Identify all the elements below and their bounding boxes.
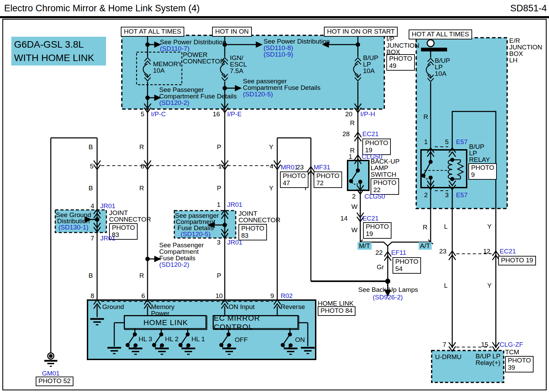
ref-sd120-5-top-code: (SD120-5): [243, 91, 273, 98]
ref-sd120-2-top-code: (SD120-2): [159, 99, 189, 106]
photo-number: 19: [365, 147, 388, 154]
conn-jr01-a: JR01: [100, 202, 115, 210]
pin-2-clg50: 2: [352, 193, 356, 200]
switch-label-off: OFF: [235, 336, 248, 343]
unit-pin-6: 6: [141, 292, 145, 299]
wire-w-1: W: [351, 203, 358, 210]
wire-gr: Gr: [377, 263, 384, 271]
photo-label: PHOTO: [366, 223, 389, 230]
row-pin-5: 5: [90, 163, 94, 170]
wire-r-at: R: [423, 224, 428, 231]
row-pin-1: 1: [218, 163, 222, 170]
photo-label: PHOTO: [112, 224, 135, 231]
variant-label: G6DA-GSL 3.8L WITH HOME LINK: [11, 37, 106, 66]
ref-sd110-9-code: (SD110-9): [264, 51, 293, 58]
at-tag: A/T: [419, 242, 432, 250]
pin-15: 15: [481, 341, 488, 348]
photo-label: PHOTO: [373, 179, 396, 187]
jr-left-pin-7: 7: [91, 235, 94, 242]
photo-number: 47: [283, 180, 306, 187]
photo-number: 83: [241, 232, 264, 239]
tcm-port-udrmu: U-DRMU: [435, 353, 462, 360]
photo-label: PHOTO: [283, 173, 306, 180]
conn-mr01: MR01: [281, 164, 298, 171]
wire-b-3: B: [89, 272, 93, 279]
pin-14: 14: [340, 215, 348, 222]
conn-ec21-a: EC21: [362, 130, 379, 138]
switch-label-hl2: HL 2: [165, 335, 178, 343]
unit-pin-10: 10: [215, 292, 223, 299]
mf31-photo-box: PHOTO 72: [314, 171, 342, 188]
pin-23-right: 23: [439, 248, 446, 255]
pin-28: 28: [342, 130, 350, 138]
wire-r-er: R: [423, 113, 428, 120]
wire-l-2: L: [444, 282, 448, 289]
er-fuse-amps: 10A: [435, 70, 446, 77]
relay-pin-3: 3: [445, 191, 449, 199]
gm01-name: GM01: [37, 370, 65, 377]
pin-20: 20: [345, 110, 352, 118]
gm01-ground-icon: [44, 353, 57, 366]
unit-pin-8: 8: [91, 292, 94, 299]
relay-pin-1: 1: [424, 138, 428, 145]
photo-number: 9: [471, 171, 494, 179]
pin-12: 12: [483, 248, 490, 255]
gm01-photo-box: PHOTO 52: [36, 377, 73, 386]
conn-e57-bottom: E57: [456, 191, 468, 199]
banner-hot-in-on: HOT IN ON: [212, 27, 252, 37]
wire-p-2: P: [217, 185, 221, 192]
photo-label: PHOTO 84: [320, 307, 353, 314]
homelink-inner-box: HOME LINK: [124, 316, 207, 330]
unit-photo-box: PHOTO 84: [318, 306, 355, 316]
er-junction-box: [416, 38, 507, 209]
conn-ec21-b: EC21: [362, 215, 379, 222]
row-pin-4: 4: [270, 163, 273, 170]
switch-label-hl1: HL 1: [191, 335, 205, 343]
pin-ipc: I/P-C: [151, 110, 166, 118]
tcm-port-relay-2: Relay(+): [476, 359, 500, 366]
jr-mid-photo-box: PHOTO 83: [238, 224, 267, 240]
photo-label: PHOTO: [241, 225, 264, 232]
pin-16: 16: [213, 110, 220, 118]
port-ground: Ground: [102, 303, 124, 310]
ec-mirror-inner-box: EC MIRROR CONTROL: [213, 316, 299, 330]
wire-b-2: B: [89, 185, 93, 192]
conn-jr01-c: JR01: [227, 201, 242, 208]
photo-label: PHOTO 19: [501, 257, 533, 264]
variant-line2: WITH HOME LINK: [14, 51, 106, 64]
wire-b-1: B: [89, 143, 93, 151]
photo-number: 39: [508, 364, 531, 371]
port-reverse: Reverse: [281, 303, 305, 310]
page-code: SD851-4: [510, 3, 547, 14]
branch-sd120-2-code: (SD120-2): [159, 261, 189, 268]
see-backup-lamps-text: See Back-Up Lamps: [358, 286, 417, 293]
row-pin-23: 23: [296, 164, 304, 171]
wire-y-1: Y: [487, 223, 492, 230]
conn-ec21-right: EC21: [500, 248, 516, 255]
ef11-photo-box: PHOTO 54: [393, 257, 421, 274]
jr-mid-pin-3: 3: [217, 239, 221, 246]
page-title: Electro Chromic Mirror & Home Link Syste…: [4, 3, 200, 14]
ec21-photo-box: PHOTO 19: [362, 139, 391, 155]
photo-label: PHOTO: [365, 140, 388, 147]
wiring-diagram-page: Electro Chromic Mirror & Home Link Syste…: [0, 0, 549, 392]
conn-ef11: EF11: [391, 249, 406, 256]
wire-y-2: Y: [487, 282, 492, 289]
wire-r-col2-3: R: [139, 272, 144, 279]
conn-mf31: MF31: [314, 164, 330, 171]
relay-pin-2: 2: [424, 191, 428, 199]
row-pin-8: 8: [141, 163, 144, 170]
relay-pin-5: 5: [445, 138, 449, 145]
photo-number: 54: [395, 265, 418, 273]
photo-label: PHOTO 52: [38, 378, 71, 385]
wire-r-col2-1: R: [139, 143, 144, 151]
photo-number: 22: [373, 187, 396, 194]
banner-hot-all-times-1: HOT AT ALL TIMES: [121, 27, 184, 37]
pin-ipe: I/P-E: [227, 110, 242, 118]
jr-left-ref-code: (SD130-1): [56, 224, 91, 231]
photo-label: PHOTO: [508, 357, 531, 364]
photo-label: PHOTO: [395, 258, 418, 265]
relay-name-3: RELAY: [469, 156, 490, 163]
conn-jr01-d: JR01: [227, 239, 242, 246]
tcm-name: TCM: [505, 348, 519, 356]
